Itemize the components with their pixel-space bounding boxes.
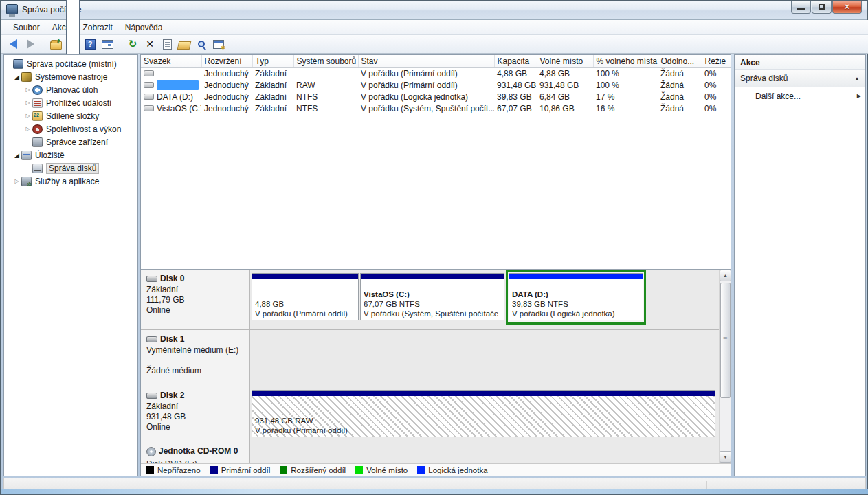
delete-x-icon: ✕ (146, 38, 154, 50)
col-header-rezie[interactable]: Režie (702, 55, 731, 67)
forward-button[interactable] (23, 36, 38, 52)
graphical-view-scrollbar[interactable]: ▲ ▼ (719, 270, 731, 463)
collapse-arrow-icon[interactable]: ▲ (854, 76, 860, 82)
minimize-button[interactable] (791, 1, 811, 14)
col-header-volne-misto[interactable]: Volné místo (537, 55, 593, 67)
disk2-partition-raw-selected[interactable]: 931,48 GB RAW V pořádku (Primární oddíl) (252, 390, 715, 437)
legend-label: Nepřiřazeno (157, 466, 201, 474)
selected-volume-name-highlight (157, 80, 199, 90)
hard-disk-icon (146, 276, 157, 282)
tree-item-event-viewer[interactable]: ▷ Prohlížeč událostí (4, 96, 137, 109)
disk1-strip[interactable] (250, 330, 731, 386)
disk0-partition-data[interactable]: DATA (D:) 39,83 GB NTFS V pořádku (Logic… (509, 273, 643, 320)
disk0-label[interactable]: Disk 0 Základní 111,79 GB Online (141, 270, 250, 329)
scroll-up-button[interactable]: ▲ (720, 270, 731, 281)
storage-icon (21, 151, 32, 160)
collapsed-arrow-icon[interactable]: ▷ (23, 100, 32, 106)
close-button[interactable]: ✕ (832, 1, 862, 14)
console-tree-toggle-button[interactable] (65, 36, 80, 52)
collapsed-arrow-icon[interactable]: ▷ (23, 126, 32, 132)
col-header-system-souboru[interactable]: Systém souborů (293, 55, 358, 67)
app-icon (6, 4, 18, 14)
tree-item-services-applications[interactable]: ▷ Služby a aplikace (4, 175, 137, 188)
col-header-odolnost[interactable]: Odolno... (658, 55, 702, 67)
tree-item-storage[interactable]: ◢ Úložiště (4, 148, 137, 162)
extended-partition-border: DATA (D:) 39,83 GB NTFS V pořádku (Logic… (506, 270, 646, 324)
expanded-arrow-icon[interactable]: ◢ (12, 152, 21, 159)
volume-icon (144, 70, 154, 76)
col-header-svazek[interactable]: Svazek (141, 55, 201, 67)
disk2-label[interactable]: Disk 2 Základní 931,48 GB Online (141, 386, 250, 443)
actions-group-disk-management[interactable]: Správa disků ▲ (735, 70, 865, 87)
console-area: Správa počítače (místní) ◢ Systémové nás… (3, 54, 866, 476)
tree-item-label: Správa počítače (místní) (27, 59, 117, 69)
col-header-rozvrzeni[interactable]: Rozvržení (201, 55, 252, 67)
disk2-status: Online (146, 422, 245, 432)
open-button[interactable] (177, 36, 192, 52)
delete-button[interactable]: ✕ (142, 36, 157, 52)
tree-item-label: Služby a aplikace (35, 177, 99, 186)
volume-icon (144, 82, 154, 88)
shared-folders-icon (32, 111, 43, 121)
refresh-button[interactable]: ↻ (125, 36, 140, 52)
col-header-stav[interactable]: Stav (358, 55, 494, 67)
partition-legend: Nepřiřazeno Primární oddíl Rozšířený odd… (141, 463, 731, 476)
disk-management-window-icon (213, 40, 224, 49)
table-row[interactable]: JednoduchýZákladní V pořádku (Primární o… (141, 67, 731, 79)
show-console-tree-button[interactable] (48, 36, 63, 52)
event-viewer-icon (32, 98, 43, 108)
menu-napoveda[interactable]: Nápověda (119, 21, 169, 34)
tree-item-device-manager[interactable]: Správce zařízení (4, 135, 137, 148)
tree-item-disk-management[interactable]: Správa disků (4, 162, 137, 175)
collapsed-arrow-icon[interactable]: ▷ (12, 178, 21, 184)
tree-item-shared-folders[interactable]: ▷ Sdílené složky (4, 109, 137, 122)
col-header-pct-volneho-mista[interactable]: % volného místa (593, 55, 658, 67)
find-button[interactable] (194, 36, 209, 52)
table-row[interactable]: VistaOS (C:) JednoduchýZákladníNTFS V po… (141, 102, 731, 114)
collapsed-arrow-icon[interactable]: ▷ (23, 113, 32, 119)
removable-drive-icon (146, 336, 157, 342)
help-button[interactable]: ? (82, 36, 98, 52)
disk-management-view-button[interactable] (211, 36, 226, 52)
tree-item-label: Systémové nástroje (35, 72, 107, 82)
expanded-arrow-icon[interactable]: ◢ (12, 74, 21, 80)
disk-management-icon (32, 164, 43, 173)
tree-item-label: Prohlížeč událostí (46, 98, 111, 108)
device-manager-icon (32, 138, 43, 147)
more-actions-item[interactable]: Další akce... ▶ (735, 87, 865, 104)
legend-label: Logická jednotka (428, 466, 487, 474)
open-folder-icon (177, 41, 192, 50)
titlebar[interactable]: Správa počítače ✕ (1, 1, 867, 20)
disk1-label[interactable]: Disk 1 Vyměnitelné médium (E:) Žádné méd… (141, 330, 250, 386)
maximize-button[interactable] (812, 1, 832, 14)
collapsed-arrow-icon[interactable]: ▷ (23, 87, 32, 93)
properties-button[interactable] (159, 36, 175, 52)
tree-item-task-scheduler[interactable]: ▷ Plánovač úloh (4, 83, 137, 96)
system-tools-icon (21, 72, 32, 82)
tree-item-label: Spolehlivost a výkon (46, 124, 121, 134)
tree-item-system-tools[interactable]: ◢ Systémové nástroje (4, 70, 137, 83)
action-pane-window-icon (102, 40, 113, 49)
col-header-kapacita[interactable]: Kapacita (494, 55, 537, 67)
free-space-swatch (355, 466, 363, 474)
menu-zobrazit[interactable]: Zobrazit (76, 21, 118, 34)
legend-label: Primární oddíl (221, 466, 271, 474)
back-button[interactable] (5, 36, 21, 52)
col-header-typ[interactable]: Typ (252, 55, 293, 67)
tree-item-reliability-performance[interactable]: ▷ Spolehlivost a výkon (4, 122, 137, 135)
toolbar-separator (43, 37, 43, 51)
cdrom-strip[interactable] (250, 443, 731, 463)
scrollbar-thumb[interactable] (720, 283, 731, 398)
disk0-partition-vistaos[interactable]: VistaOS (C:) 67,07 GB NTFS V pořádku (Sy… (360, 273, 504, 320)
scroll-down-button[interactable]: ▼ (720, 451, 731, 463)
table-row-selected[interactable]: JednoduchýZákladníRAW V pořádku (Primárn… (141, 79, 731, 91)
cdrom-label[interactable]: Jednotka CD-ROM 0 Disk DVD (F:) (141, 443, 250, 463)
table-row[interactable]: DATA (D:) JednoduchýZákladníNTFS V pořád… (141, 91, 731, 102)
folder-up-icon (50, 41, 62, 50)
logical-drive-swatch (417, 466, 425, 474)
disk0-partition-1[interactable]: 4,88 GB V pořádku (Primární oddíl) (252, 273, 359, 320)
extended-partition-swatch (280, 466, 287, 474)
menu-soubor[interactable]: Soubor (7, 21, 46, 34)
tree-item-computer-management[interactable]: Správa počítače (místní) (4, 57, 137, 70)
action-pane-toggle-button[interactable] (100, 36, 115, 52)
